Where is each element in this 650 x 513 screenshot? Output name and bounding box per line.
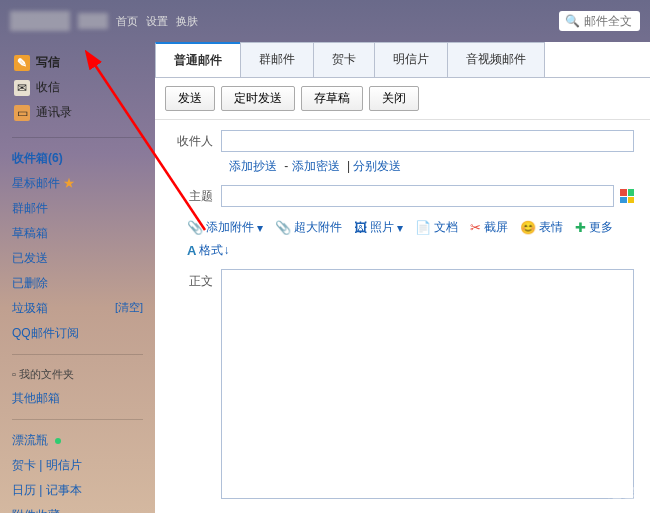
tab-group[interactable]: 群邮件 <box>240 42 314 77</box>
attach-collect[interactable]: 附件收藏 <box>12 503 143 513</box>
send-button[interactable]: 发送 <box>165 86 215 111</box>
close-button[interactable]: 关闭 <box>369 86 419 111</box>
star-icon: ★ <box>63 176 75 190</box>
scissors-icon: ✂ <box>470 220 481 235</box>
paperclip-icon: 📎 <box>187 220 203 235</box>
card-postcard[interactable]: 贺卡 | 明信片 <box>12 453 143 478</box>
empty-trash[interactable]: [清空] <box>115 300 143 317</box>
write-icon: ✎ <box>14 55 30 71</box>
inbox-icon: ✉ <box>14 80 30 96</box>
drift-dot-icon <box>55 438 61 444</box>
folder-deleted[interactable]: 已删除 <box>12 271 143 296</box>
photo-icon: 🖼 <box>354 220 367 235</box>
add-bcc-link[interactable]: 添加密送 <box>292 159 340 173</box>
big-attachment[interactable]: 📎超大附件 <box>275 219 342 236</box>
emotion[interactable]: 😊表情 <box>520 219 563 236</box>
folder-subscription[interactable]: QQ邮件订阅 <box>12 321 143 346</box>
add-attachment[interactable]: 📎添加附件 ▾ <box>187 219 263 236</box>
folder-sent[interactable]: 已发送 <box>12 246 143 271</box>
top-links: 首页 设置 换肤 <box>116 14 198 29</box>
more-icon: ✚ <box>575 220 586 235</box>
search-box[interactable]: 🔍 <box>559 11 640 31</box>
subject-input[interactable] <box>221 185 614 207</box>
sidebar: ✎ 写信 ✉ 收信 ▭ 通讯录 收件箱(6) 星标邮件 ★ 群邮件 草稿箱 已发… <box>0 42 155 513</box>
nav-contacts[interactable]: ▭ 通讯录 <box>12 100 143 125</box>
calendar-notes[interactable]: 日历 | 记事本 <box>12 478 143 503</box>
theme-icon[interactable] <box>620 189 634 203</box>
big-attach-icon: 📎 <box>275 220 291 235</box>
folder-drafts[interactable]: 草稿箱 <box>12 221 143 246</box>
save-draft-button[interactable]: 存草稿 <box>301 86 363 111</box>
insert-photo[interactable]: 🖼照片 ▾ <box>354 219 403 236</box>
split-send-link[interactable]: 分别发送 <box>353 159 401 173</box>
format-icon: A <box>187 243 196 258</box>
insert-doc[interactable]: 📄文档 <box>415 219 458 236</box>
toplink-home[interactable]: 首页 <box>116 14 138 29</box>
to-input[interactable] <box>221 130 634 152</box>
tab-normal[interactable]: 普通邮件 <box>155 42 241 77</box>
body-textarea[interactable] <box>221 269 634 499</box>
tab-av[interactable]: 音视频邮件 <box>447 42 545 77</box>
tab-postcard[interactable]: 明信片 <box>374 42 448 77</box>
user-blur <box>78 13 108 29</box>
subject-label: 主题 <box>171 188 221 205</box>
content-area: 普通邮件 群邮件 贺卡 明信片 音视频邮件 发送 定时发送 存草稿 关闭 收件人… <box>155 42 650 513</box>
nav-write[interactable]: ✎ 写信 <box>12 50 143 75</box>
drift-bottle[interactable]: 漂流瓶 <box>12 428 143 453</box>
screenshot[interactable]: ✂截屏 <box>470 219 508 236</box>
timed-send-button[interactable]: 定时发送 <box>221 86 295 111</box>
folder-inbox[interactable]: 收件箱(6) <box>12 146 143 171</box>
search-icon: 🔍 <box>565 14 580 28</box>
nav-receive[interactable]: ✉ 收信 <box>12 75 143 100</box>
my-folders-label[interactable]: ▫ 我的文件夹 <box>12 363 143 386</box>
more-options[interactable]: ✚更多 <box>575 219 613 236</box>
toplink-settings[interactable]: 设置 <box>146 14 168 29</box>
add-cc-link[interactable]: 添加抄送 <box>229 159 277 173</box>
folder-starred[interactable]: 星标邮件 ★ <box>12 171 143 196</box>
toplink-skin[interactable]: 换肤 <box>176 14 198 29</box>
smile-icon: 😊 <box>520 220 536 235</box>
contacts-icon: ▭ <box>14 105 30 121</box>
doc-icon: 📄 <box>415 220 431 235</box>
logo-blur <box>10 11 70 31</box>
folder-other-mail[interactable]: 其他邮箱 <box>12 386 143 411</box>
format-toggle[interactable]: A格式↓ <box>187 242 229 259</box>
folder-group[interactable]: 群邮件 <box>12 196 143 221</box>
compose-toolbar: 发送 定时发送 存草稿 关闭 <box>155 78 650 120</box>
compose-tabs: 普通邮件 群邮件 贺卡 明信片 音视频邮件 <box>155 42 650 78</box>
search-input[interactable] <box>584 14 634 28</box>
tab-card[interactable]: 贺卡 <box>313 42 375 77</box>
to-label: 收件人 <box>171 133 221 150</box>
body-label: 正文 <box>171 269 221 499</box>
folder-trash[interactable]: 垃圾箱[清空] <box>12 296 143 321</box>
